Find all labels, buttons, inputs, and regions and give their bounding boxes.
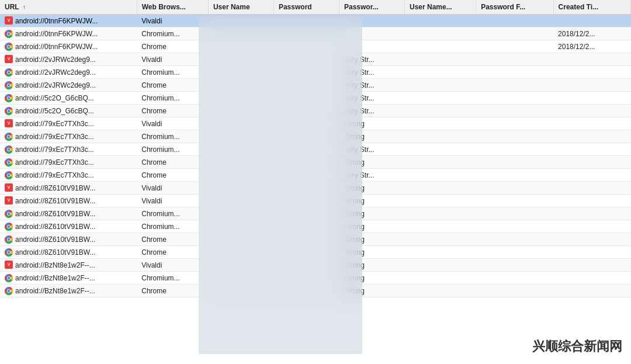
- table-row[interactable]: Vandroid://8Z610tV91BW...VivaldiStrong: [0, 182, 631, 195]
- table-row[interactable]: Vandroid://79xEc7TXh3c...VivaldiStrong: [0, 117, 631, 130]
- password-cell: [273, 285, 339, 297]
- col-password-strength[interactable]: Passwor...: [339, 0, 404, 15]
- table-row[interactable]: android://79xEc7TXh3c...Chromium...Stron…: [0, 130, 631, 143]
- browser-cell: Chrome: [137, 233, 208, 246]
- table-row[interactable]: android://8Z610tV91BW...Chromium...Stron…: [0, 207, 631, 220]
- password-strength-cell: Very Str...: [339, 105, 404, 117]
- username2-cell: [404, 220, 476, 233]
- table-row[interactable]: Vandroid://BzNt8e1w2F--...VivaldiStrong: [0, 259, 631, 272]
- table-row[interactable]: android://8Z610tV91BW...ChromeStrong: [0, 246, 631, 259]
- chromium-icon: [5, 210, 13, 218]
- url-text: android://0tnnF6KPWJW...: [15, 17, 98, 25]
- username2-cell: [404, 182, 476, 195]
- username-cell: [208, 272, 273, 285]
- browser-cell: Chrome: [137, 79, 208, 92]
- table-row[interactable]: android://0tnnF6KPWJW...Chromium...2018/…: [0, 27, 631, 40]
- browser-cell: Chrome: [137, 156, 208, 169]
- table-row[interactable]: android://5c2O_G6cBQ...ChromeVery Str...: [0, 105, 631, 117]
- password-cell: [273, 195, 339, 207]
- password-cell: [273, 92, 339, 105]
- created-time-cell: [553, 207, 630, 220]
- password-field-cell: [476, 40, 553, 53]
- username2-cell: [404, 130, 476, 143]
- table-row[interactable]: android://2vJRWc2deg9...ChromeVery Str..…: [0, 79, 631, 92]
- table-row[interactable]: android://BzNt8e1w2F--...ChromeStrong: [0, 285, 631, 297]
- username-cell: [208, 117, 273, 130]
- col-created-time[interactable]: Created Ti...: [553, 0, 630, 15]
- url-text: android://79xEc7TXh3c...: [15, 120, 94, 128]
- table-row[interactable]: android://79xEc7TXh3c...ChromeVery Str..…: [0, 169, 631, 182]
- username-cell: [208, 259, 273, 272]
- svg-point-5: [8, 46, 10, 48]
- vivaldi-icon: V: [5, 119, 13, 127]
- username2-cell: [404, 285, 476, 297]
- url-cell: android://8Z610tV91BW...: [0, 220, 137, 233]
- password-strength-cell: [339, 27, 404, 40]
- username2-cell: [404, 117, 476, 130]
- col-password[interactable]: Password: [273, 0, 339, 15]
- chromium-icon: [5, 68, 13, 77]
- table-row[interactable]: Vandroid://0tnnF6KPWJW...Vivaldi: [0, 15, 631, 27]
- table-row[interactable]: android://79xEc7TXh3c...ChromeStrong: [0, 156, 631, 169]
- table-row[interactable]: android://BzNt8e1w2F--...Chromium...Stro…: [0, 272, 631, 285]
- col-username[interactable]: User Name: [208, 0, 273, 15]
- chrome-icon: [5, 248, 13, 256]
- username-cell: [208, 169, 273, 182]
- svg-point-41: [8, 251, 10, 254]
- chrome-icon: [5, 107, 13, 115]
- created-time-cell: [553, 182, 630, 195]
- svg-point-23: [8, 148, 10, 151]
- url-cell: Vandroid://8Z610tV91BW...: [0, 182, 137, 195]
- chromium-icon: [5, 30, 13, 38]
- password-cell: [273, 130, 339, 143]
- svg-point-32: [8, 213, 10, 215]
- created-time-cell: [553, 156, 630, 169]
- password-strength-cell: Very Str...: [339, 169, 404, 182]
- col-password-field[interactable]: Password F...: [476, 0, 553, 15]
- table-row[interactable]: Vandroid://2vJRWc2deg9...VivaldiVery Str…: [0, 53, 631, 66]
- password-cell: [273, 40, 339, 53]
- browser-cell: Chrome: [137, 169, 208, 182]
- col-username2[interactable]: User Name...: [404, 0, 476, 15]
- browser-cell: Chrome: [137, 246, 208, 259]
- password-cell: [273, 27, 339, 40]
- url-text: android://2vJRWc2deg9...: [15, 56, 96, 64]
- created-time-cell: [553, 130, 630, 143]
- table-row[interactable]: android://0tnnF6KPWJW...Chrome2018/12/2.…: [0, 40, 631, 53]
- svg-point-35: [8, 226, 10, 228]
- username2-cell: [404, 207, 476, 220]
- password-strength-cell: Very Str...: [339, 66, 404, 79]
- password-cell: [273, 105, 339, 117]
- password-cell: [273, 259, 339, 272]
- browser-cell: Chromium...: [137, 66, 208, 79]
- url-cell: android://5c2O_G6cBQ...: [0, 105, 137, 117]
- password-field-cell: [476, 220, 553, 233]
- password-strength-cell: Very Str...: [339, 143, 404, 156]
- created-time-cell: [553, 15, 630, 27]
- sort-arrow-url: ↑: [23, 4, 26, 11]
- password-strength-cell: Very Str...: [339, 92, 404, 105]
- table-row[interactable]: android://79xEc7TXh3c...Chromium...Very …: [0, 143, 631, 156]
- table-row[interactable]: android://8Z610tV91BW...ChromeStrong: [0, 233, 631, 246]
- table-row[interactable]: android://8Z610tV91BW...Chromium...Stron…: [0, 220, 631, 233]
- url-cell: android://5c2O_G6cBQ...: [0, 92, 137, 105]
- password-strength-cell: Strong: [339, 259, 404, 272]
- browser-cell: Chromium...: [137, 220, 208, 233]
- chromium-icon: [5, 145, 13, 154]
- password-field-cell: [476, 27, 553, 40]
- username2-cell: [404, 233, 476, 246]
- password-strength-cell: [339, 15, 404, 27]
- table-row[interactable]: android://5c2O_G6cBQ...Chromium...Very S…: [0, 92, 631, 105]
- password-table: URL ↑ Web Brows... User Name Password Pa…: [0, 0, 631, 297]
- browser-cell: Chromium...: [137, 207, 208, 220]
- url-cell: android://79xEc7TXh3c...: [0, 156, 137, 169]
- table-row[interactable]: android://2vJRWc2deg9...Chromium...Very …: [0, 66, 631, 79]
- chromium-icon: [5, 133, 13, 141]
- col-url[interactable]: URL ↑: [0, 0, 137, 15]
- browser-cell: Vivaldi: [137, 117, 208, 130]
- password-cell: [273, 233, 339, 246]
- col-browser[interactable]: Web Brows...: [137, 0, 208, 15]
- table-row[interactable]: Vandroid://8Z610tV91BW...VivaldiStrong: [0, 195, 631, 207]
- password-strength-cell: Strong: [339, 272, 404, 285]
- url-text: android://0tnnF6KPWJW...: [15, 30, 98, 38]
